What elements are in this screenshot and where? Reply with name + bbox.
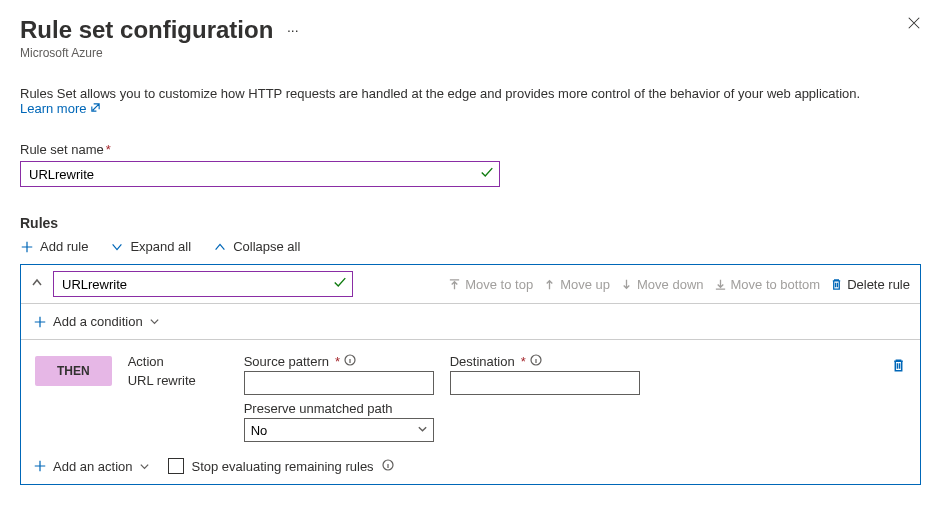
add-action-label: Add an action — [53, 459, 133, 474]
more-icon[interactable]: ··· — [287, 22, 299, 38]
delete-rule-label: Delete rule — [847, 277, 910, 292]
rule-name-input[interactable] — [53, 271, 353, 297]
add-rule-button[interactable]: Add rule — [20, 239, 88, 254]
collapse-all-label: Collapse all — [233, 239, 300, 254]
expand-all-button[interactable]: Expand all — [110, 239, 191, 254]
preserve-path-select[interactable]: No — [244, 418, 434, 442]
close-icon[interactable] — [907, 16, 921, 33]
delete-action-button[interactable] — [891, 358, 906, 376]
add-action-button[interactable]: Add an action — [33, 459, 150, 474]
source-pattern-input[interactable] — [244, 371, 434, 395]
external-link-icon — [90, 101, 101, 116]
destination-label: Destination* — [450, 354, 640, 369]
intro-text: Rules Set allows you to customize how HT… — [20, 86, 860, 101]
action-type: URL rewrite — [128, 373, 228, 388]
check-icon — [333, 276, 347, 293]
move-up-button[interactable]: Move up — [543, 277, 610, 292]
info-icon[interactable] — [530, 354, 542, 369]
learn-more-link[interactable]: Learn more — [20, 101, 101, 116]
rule-set-name-label: Rule set name* — [20, 142, 921, 157]
move-down-label: Move down — [637, 277, 703, 292]
action-heading: Action — [128, 354, 228, 369]
learn-more-label: Learn more — [20, 101, 86, 116]
expand-all-label: Expand all — [130, 239, 191, 254]
delete-rule-button[interactable]: Delete rule — [830, 277, 910, 292]
add-condition-button[interactable]: Add a condition — [21, 304, 920, 340]
source-pattern-label: Source pattern* — [244, 354, 434, 369]
move-bottom-label: Move to bottom — [731, 277, 821, 292]
destination-input[interactable] — [450, 371, 640, 395]
stop-evaluating-checkbox[interactable] — [168, 458, 184, 474]
collapse-icon[interactable] — [31, 277, 43, 292]
info-icon[interactable] — [344, 354, 356, 369]
move-top-label: Move to top — [465, 277, 533, 292]
add-condition-label: Add a condition — [53, 314, 143, 329]
preserve-path-label: Preserve unmatched path — [244, 401, 434, 416]
move-up-label: Move up — [560, 277, 610, 292]
info-icon[interactable] — [382, 459, 394, 474]
page-title: Rule set configuration — [20, 16, 273, 43]
rule-set-name-input[interactable] — [20, 161, 500, 187]
then-badge: THEN — [35, 356, 112, 386]
move-to-bottom-button[interactable]: Move to bottom — [714, 277, 821, 292]
rules-heading: Rules — [20, 215, 921, 231]
move-down-button[interactable]: Move down — [620, 277, 703, 292]
add-rule-label: Add rule — [40, 239, 88, 254]
rule-container: Move to top Move up Move down Move to bo… — [20, 264, 921, 485]
page-subtitle: Microsoft Azure — [20, 46, 299, 60]
move-to-top-button[interactable]: Move to top — [448, 277, 533, 292]
stop-evaluating-label: Stop evaluating remaining rules — [192, 459, 374, 474]
check-icon — [480, 166, 494, 183]
collapse-all-button[interactable]: Collapse all — [213, 239, 300, 254]
